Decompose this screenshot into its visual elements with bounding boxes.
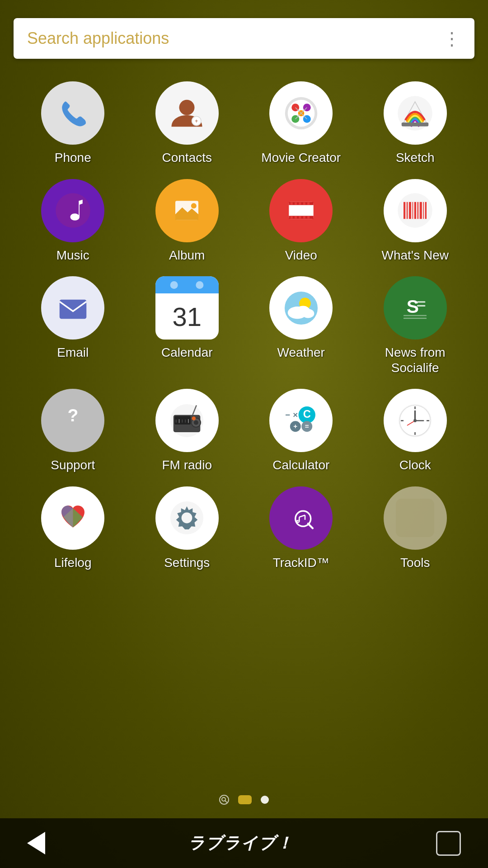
- svg-point-98: [182, 513, 192, 524]
- svg-point-53: [302, 309, 314, 318]
- lifelog-label: Lifelog: [54, 555, 92, 571]
- app-item-movie-creator[interactable]: Movie Creator: [246, 81, 356, 165]
- svg-point-67: [194, 420, 198, 425]
- sketch-label: Sketch: [396, 150, 435, 165]
- svg-rect-28: [307, 203, 310, 205]
- movie-creator-label: Movie Creator: [261, 150, 341, 165]
- more-options-icon[interactable]: ⋮: [443, 28, 461, 49]
- svg-rect-27: [303, 203, 305, 205]
- weather-icon: [269, 276, 333, 340]
- contacts-icon: +: [155, 81, 219, 145]
- clock-label: Clock: [399, 458, 431, 473]
- email-icon: [41, 276, 104, 340]
- svg-rect-33: [307, 216, 310, 218]
- svg-text:C: C: [303, 408, 310, 420]
- svg-rect-31: [299, 216, 301, 218]
- page-indicators: [0, 795, 488, 805]
- contacts-label: Contacts: [162, 150, 212, 165]
- svg-point-47: [196, 281, 204, 289]
- video-label: Video: [285, 248, 317, 263]
- svg-rect-25: [295, 203, 297, 205]
- svg-rect-42: [423, 202, 424, 219]
- phone-label: Phone: [55, 150, 91, 165]
- email-label: Email: [57, 345, 89, 360]
- svg-text:×: ×: [293, 410, 298, 420]
- trackid-label: TrackID™: [273, 555, 329, 571]
- svg-rect-32: [303, 216, 305, 218]
- whats-new-label: What's New: [382, 248, 449, 263]
- app-item-news[interactable]: S News from Socialife: [361, 276, 470, 375]
- album-icon: [155, 179, 219, 242]
- app-item-calendar[interactable]: 31 Calendar: [132, 276, 242, 375]
- app-item-tools[interactable]: Tools: [361, 486, 470, 571]
- calendar-label: Calendar: [161, 345, 213, 360]
- app-item-settings[interactable]: Settings: [132, 486, 242, 571]
- svg-point-16: [56, 193, 90, 228]
- svg-rect-58: [417, 305, 426, 306]
- svg-rect-15: [402, 122, 429, 126]
- tools-label: Tools: [400, 555, 430, 571]
- svg-rect-26: [299, 203, 301, 205]
- svg-point-19: [191, 203, 197, 208]
- app-item-clock[interactable]: Clock: [361, 389, 470, 473]
- svg-point-94: [413, 419, 417, 422]
- svg-text:=: =: [305, 422, 309, 430]
- logo-text: ラブライブ！: [188, 832, 293, 854]
- app-item-email[interactable]: Email: [18, 276, 128, 375]
- app-item-whats-new[interactable]: What's New: [361, 179, 470, 263]
- recents-button[interactable]: [436, 831, 461, 856]
- weather-label: Weather: [277, 345, 325, 360]
- app-item-sketch[interactable]: Sketch: [361, 81, 470, 165]
- music-label: Music: [56, 248, 89, 263]
- svg-text:−: −: [285, 410, 290, 420]
- app-item-music[interactable]: Music: [18, 179, 128, 263]
- page-dot-2[interactable]: [261, 796, 269, 804]
- app-item-lifelog[interactable]: Lifelog: [18, 486, 128, 571]
- svg-rect-60: [404, 317, 427, 319]
- news-icon: S: [384, 276, 447, 340]
- phone-icon: [41, 81, 104, 145]
- app-item-video[interactable]: Video: [246, 179, 356, 263]
- svg-rect-30: [295, 216, 297, 218]
- calculator-label: Calculator: [272, 458, 329, 473]
- music-icon: [41, 179, 104, 242]
- svg-text:+: +: [195, 118, 198, 124]
- support-label: Support: [51, 458, 95, 473]
- search-bar: ⋮: [14, 18, 474, 59]
- clock-icon: [384, 389, 447, 452]
- svg-rect-29: [290, 216, 292, 218]
- app-item-album[interactable]: Album: [132, 179, 242, 263]
- svg-line-106: [225, 801, 227, 802]
- svg-rect-37: [409, 202, 411, 219]
- calendar-day: 31: [155, 293, 219, 340]
- svg-rect-40: [418, 202, 419, 219]
- search-dot[interactable]: [219, 795, 229, 805]
- calculator-icon: C + = × −: [269, 389, 333, 452]
- app-item-weather[interactable]: Weather: [246, 276, 356, 375]
- svg-rect-57: [417, 301, 426, 302]
- back-button[interactable]: [27, 832, 45, 854]
- app-item-fmradio[interactable]: FM radio: [132, 389, 242, 473]
- svg-text:+: +: [293, 422, 297, 430]
- svg-rect-24: [290, 203, 292, 205]
- svg-rect-43: [425, 202, 427, 219]
- trackid-icon: [269, 486, 333, 550]
- svg-point-99: [284, 501, 319, 536]
- lifelog-icon: [41, 486, 104, 550]
- app-item-contacts[interactable]: + Contacts: [132, 81, 242, 165]
- svg-rect-39: [414, 202, 416, 219]
- svg-rect-35: [404, 202, 405, 219]
- app-item-trackid[interactable]: TrackID™: [246, 486, 356, 571]
- search-input[interactable]: [27, 29, 443, 48]
- svg-text:S: S: [407, 296, 419, 316]
- app-logo: ラブライブ！: [188, 832, 293, 854]
- svg-rect-45: [60, 299, 87, 319]
- tools-icon: [384, 486, 447, 550]
- app-item-calculator[interactable]: C + = × − Calculator: [246, 389, 356, 473]
- svg-rect-104: [396, 499, 434, 537]
- app-item-phone[interactable]: Phone: [18, 81, 128, 165]
- album-label: Album: [169, 248, 205, 263]
- svg-rect-59: [404, 315, 427, 316]
- svg-point-68: [192, 416, 196, 420]
- app-item-support[interactable]: ? Support: [18, 389, 128, 473]
